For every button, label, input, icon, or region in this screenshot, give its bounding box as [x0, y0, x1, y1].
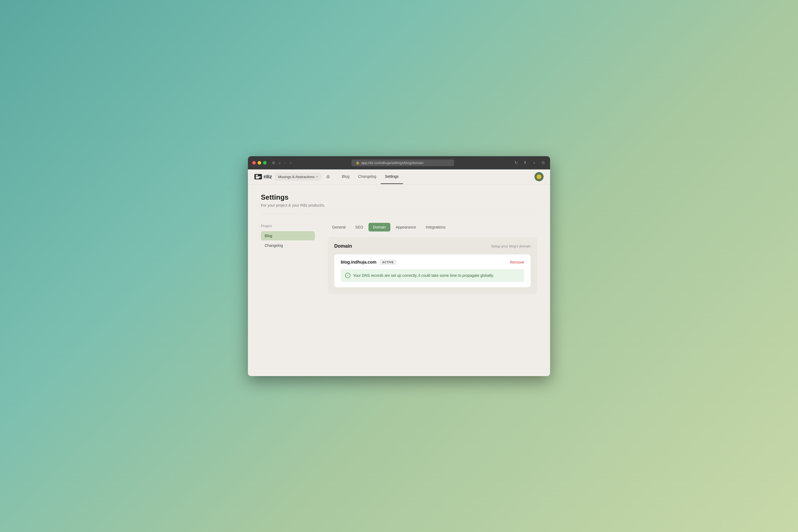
content-area: Project Blog Changelog General SEO Domai…	[248, 214, 550, 376]
nav-link-blog[interactable]: Blog	[338, 169, 354, 184]
page-header: Settings For your project & your Riliz p…	[248, 185, 550, 214]
address-bar-inner[interactable]: 🔒 app.riliz.co/indhuja/settings/blog/dom…	[352, 159, 454, 166]
dns-success-banner: ✓ Your DNS records are set up correctly,…	[341, 269, 524, 282]
domain-info: blog.indhuja.com ACTIVE	[341, 260, 396, 265]
chevron-down-icon: ∨	[279, 161, 281, 165]
page-title: Settings	[261, 193, 537, 202]
logo-text: riliz	[264, 174, 272, 180]
settings-gear-button[interactable]: ⚙	[325, 173, 331, 180]
browser-controls: ⊞ ∨ ‹ ›	[271, 160, 292, 165]
page-subtitle: For your project & your Riliz product/s.	[261, 203, 537, 207]
tab-seo[interactable]: SEO	[351, 223, 368, 231]
refresh-button[interactable]: ↻	[513, 160, 519, 166]
sidebar-toggle-button[interactable]: ⊞	[271, 160, 276, 165]
sidebar: Project Blog Changelog	[261, 223, 315, 367]
svg-rect-0	[256, 175, 258, 176]
nav-link-settings[interactable]: Settings	[381, 169, 403, 184]
domain-entry: blog.indhuja.com ACTIVE Remove ✓ Your DN…	[334, 254, 531, 287]
settings-panel: General SEO Domain Appearance Integratio…	[328, 223, 537, 367]
domain-row: blog.indhuja.com ACTIVE Remove	[341, 260, 524, 265]
logo: riliz	[254, 174, 272, 180]
domain-card-header: Domain Setup your blog's domain	[334, 243, 531, 249]
svg-rect-2	[256, 177, 259, 178]
logo-area: riliz Musings & Abstractions ▾ ⚙	[254, 173, 331, 180]
domain-card: Domain Setup your blog's domain blog.ind…	[328, 237, 537, 294]
share-button[interactable]: ⬆	[522, 160, 528, 166]
chevron-down-icon: ▾	[316, 175, 318, 178]
tab-integrations[interactable]: Integrations	[421, 223, 450, 231]
remove-domain-button[interactable]: Remove	[510, 260, 524, 264]
tabs-button[interactable]: ⧉	[540, 160, 546, 166]
address-bar: 🔒 app.riliz.co/indhuja/settings/blog/dom…	[296, 159, 510, 166]
avatar: 🙂	[534, 172, 544, 181]
domain-card-subtitle: Setup your blog's domain	[491, 244, 531, 248]
address-text: app.riliz.co/indhuja/settings/blog/domai…	[361, 161, 423, 165]
app-container: riliz Musings & Abstractions ▾ ⚙ Blog Ch…	[248, 169, 550, 376]
browser-chrome: ⊞ ∨ ‹ › 🔒 app.riliz.co/indhuja/settings/…	[248, 156, 550, 169]
new-tab-button[interactable]: ＋	[531, 160, 537, 166]
logo-icon	[254, 174, 262, 179]
domain-card-title: Domain	[334, 243, 352, 249]
check-circle-icon: ✓	[345, 273, 350, 278]
svg-rect-1	[256, 176, 261, 177]
nav-right: 🙂	[534, 172, 544, 181]
browser-actions: ⬆ ＋ ⧉	[522, 160, 546, 166]
nav-link-changelog[interactable]: Changelog	[354, 169, 381, 184]
tab-domain[interactable]: Domain	[368, 223, 390, 231]
traffic-light-red[interactable]	[252, 161, 256, 165]
tab-general[interactable]: General	[328, 223, 350, 231]
traffic-light-yellow[interactable]	[258, 161, 261, 165]
lock-icon: 🔒	[356, 161, 360, 165]
settings-tabs: General SEO Domain Appearance Integratio…	[328, 223, 537, 231]
domain-name: blog.indhuja.com	[341, 260, 376, 265]
top-nav: riliz Musings & Abstractions ▾ ⚙ Blog Ch…	[248, 169, 550, 185]
back-button[interactable]: ‹	[283, 160, 287, 165]
workspace-name: Musings & Abstractions	[278, 175, 315, 179]
sidebar-item-changelog[interactable]: Changelog	[261, 241, 315, 250]
status-badge: ACTIVE	[380, 260, 396, 265]
traffic-lights	[252, 161, 267, 165]
browser-window: ⊞ ∨ ‹ › 🔒 app.riliz.co/indhuja/settings/…	[248, 156, 550, 376]
traffic-light-green[interactable]	[263, 161, 267, 165]
forward-button[interactable]: ›	[289, 160, 292, 165]
workspace-selector[interactable]: Musings & Abstractions ▾	[275, 173, 321, 180]
sidebar-item-blog[interactable]: Blog	[261, 231, 315, 240]
dns-success-text: Your DNS records are set up correctly, i…	[353, 273, 494, 278]
nav-links: Blog Changelog Settings	[338, 169, 403, 184]
sidebar-section-title: Project	[261, 223, 315, 229]
tab-appearance[interactable]: Appearance	[392, 223, 421, 231]
